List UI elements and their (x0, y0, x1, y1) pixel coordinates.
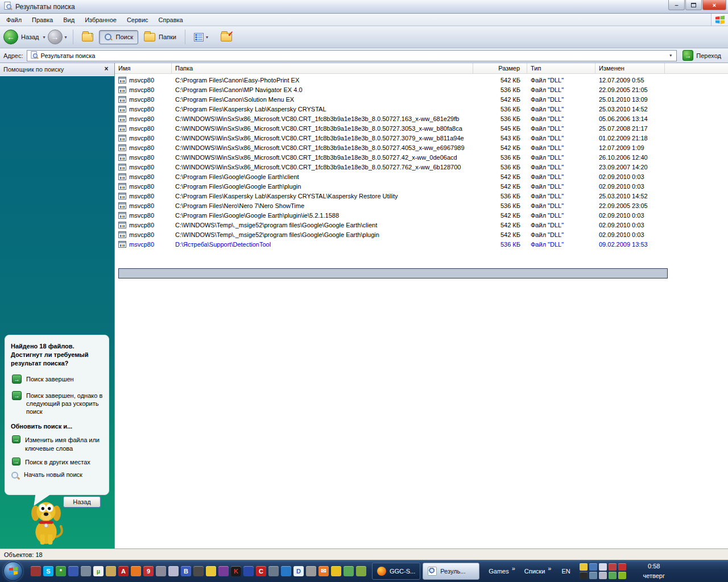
cd-burner-icon[interactable] (168, 566, 179, 576)
msvcp80[interactable]: msvcp80 C:\WINDOWS\WinSxS\x86_Microsoft.… (115, 114, 728, 123)
start-new-search-option[interactable]: Начать новый поиск (11, 471, 103, 480)
file-name-cell[interactable]: msvcp80 (115, 77, 172, 84)
menu-item[interactable]: Вид (58, 15, 80, 25)
dictionary-book-icon[interactable] (206, 566, 216, 576)
msvcp80[interactable]: msvcp80 C:\Program Files\Kaspersky Lab\K… (115, 104, 728, 114)
computer-tools-icon[interactable] (81, 566, 91, 576)
file-name-cell[interactable]: msvcp80 (115, 222, 172, 228)
file-name-cell[interactable]: msvcp80 (115, 241, 172, 248)
nvidia-icon[interactable] (618, 572, 626, 579)
menu-item[interactable]: Избранное (80, 15, 122, 25)
msvcp80[interactable]: msvcp80 C:\Program Files\Nero\Nero 7\Ner… (115, 201, 728, 210)
up-button[interactable]: ↑ (77, 31, 98, 44)
kaspersky-icon[interactable]: K (231, 566, 241, 576)
go-button[interactable]: → Переход (681, 49, 725, 61)
file-name-cell[interactable]: msvcp80 (115, 173, 172, 180)
guitar-app-icon[interactable]: 9 (143, 566, 154, 576)
chevron-icon[interactable]: » (548, 565, 551, 572)
file-name-cell[interactable]: msvcp80 (115, 135, 172, 142)
file-name-cell[interactable]: msvcp80 (115, 86, 172, 93)
msvcp80[interactable]: msvcp80 D:\Ястреба\Support\DetectionTool… (115, 239, 728, 249)
search-dog-mascot[interactable] (24, 496, 68, 547)
minimize-button[interactable]: – (668, 0, 685, 10)
bluetooth-icon[interactable]: B (181, 566, 191, 576)
file-name-cell[interactable]: msvcp80 (115, 96, 172, 103)
back-button-label[interactable]: Назад (21, 34, 39, 40)
file-name-cell[interactable]: msvcp80 (115, 115, 172, 122)
sync-folder-button[interactable]: ✓ (216, 31, 237, 44)
msvcp80[interactable]: msvcp80 C:\Program Files\Canon\Solution … (115, 94, 728, 104)
utorrent-icon[interactable]: µ (93, 566, 104, 576)
msvcp80[interactable]: msvcp80 C:\Program Files\Canon\Easy-Phot… (115, 75, 728, 85)
column-header-type[interactable]: Тип (527, 63, 595, 73)
taskbar-clock[interactable]: 0:58 четверг (633, 562, 675, 580)
chevron-icon[interactable]: » (512, 565, 515, 572)
file-name-cell[interactable]: msvcp80 (115, 193, 172, 199)
clock-tray-icon[interactable] (580, 563, 588, 571)
menu-item[interactable]: Справка (154, 15, 188, 25)
msvcp80[interactable]: msvcp80 C:\WINDOWS\Temp\._msige52\progra… (115, 230, 728, 239)
msvcp80[interactable]: msvcp80 C:\Program Files\Google\Google E… (115, 172, 728, 181)
msvcp80[interactable]: msvcp80 C:\WINDOWS\WinSxS\x86_Microsoft.… (115, 123, 728, 133)
network-error-icon[interactable] (609, 563, 617, 571)
refine-option[interactable]: → Поиск в других местах (12, 458, 103, 466)
search-option[interactable]: → Поиск завершен, однако в следующий раз… (12, 391, 103, 416)
settings-gear-icon[interactable] (589, 572, 597, 579)
save-floppy-icon[interactable] (68, 566, 78, 576)
file-name-cell[interactable]: msvcp80 (115, 212, 172, 219)
firefox-icon[interactable] (131, 566, 141, 576)
fraps-icon[interactable]: * (56, 566, 66, 576)
column-header-name[interactable]: Имя (115, 63, 172, 73)
lightning-app-icon[interactable] (156, 566, 166, 576)
phone-sync-icon[interactable] (344, 566, 354, 576)
mail-notifier-icon[interactable]: ✉ (318, 566, 329, 576)
flashget-icon[interactable] (243, 566, 254, 576)
refine-option[interactable]: → Изменить имя файла или ключевые слова (12, 435, 103, 452)
file-name-cell[interactable]: msvcp80 (115, 183, 172, 190)
installer-hand-icon[interactable] (106, 566, 116, 576)
menu-item[interactable]: Файл (1, 15, 27, 25)
column-header-folder[interactable]: Папка (172, 63, 473, 73)
file-name-cell[interactable]: msvcp80 (115, 154, 172, 161)
file-name-cell[interactable]: msvcp80 (115, 106, 172, 113)
start-button[interactable] (3, 562, 23, 581)
msvcp80[interactable]: msvcp80 C:\Program Files\Canon\MP Naviga… (115, 85, 728, 94)
globe-purple-icon[interactable] (218, 566, 229, 576)
close-button[interactable]: × (702, 0, 726, 10)
antivirus-bird-icon[interactable] (618, 563, 626, 571)
taskbar-toolbar-lists[interactable]: Списки » (524, 568, 552, 575)
keyboard-layout-icon[interactable] (609, 572, 617, 579)
archive-box-icon[interactable] (306, 566, 316, 576)
forward-button[interactable]: → (48, 30, 63, 44)
webmoney-icon[interactable] (356, 566, 366, 576)
g1-tray-icon[interactable] (580, 572, 588, 579)
restore-button[interactable] (685, 0, 702, 10)
menu-item[interactable]: Сервис (122, 15, 154, 25)
skype-icon[interactable]: S (43, 566, 53, 576)
file-name-cell[interactable]: msvcp80 (115, 144, 172, 151)
selection-bar[interactable] (118, 268, 668, 278)
msvcp80[interactable]: msvcp80 C:\WINDOWS\WinSxS\x86_Microsoft.… (115, 133, 728, 143)
volume-icon[interactable] (599, 572, 607, 579)
column-header-modified[interactable]: Изменен (595, 63, 665, 73)
folders-toggle-button[interactable]: Папки (139, 31, 181, 44)
file-name-cell[interactable]: msvcp80 (115, 231, 172, 238)
taskbar-toolbar-games[interactable]: Games » (489, 568, 515, 575)
msvcp80[interactable]: msvcp80 C:\WINDOWS\WinSxS\x86_Microsoft.… (115, 152, 728, 162)
file-name-cell[interactable]: msvcp80 (115, 202, 172, 209)
adobe-reader-icon[interactable]: A (118, 566, 129, 576)
updater-tray-icon[interactable] (599, 563, 607, 571)
search-option[interactable]: → Поиск завершен (12, 375, 103, 384)
msvcp80[interactable]: msvcp80 C:\WINDOWS\Temp\._msige52\progra… (115, 220, 728, 230)
taskbar-window-button[interactable]: GGC-S... (372, 563, 420, 580)
sidebar-close-button[interactable]: × (102, 65, 111, 74)
msvcp80[interactable]: msvcp80 C:\Program Files\Google\Google E… (115, 181, 728, 191)
search-toggle-button[interactable]: Поиск (99, 30, 138, 44)
msvcp80[interactable]: msvcp80 C:\Program Files\Kaspersky Lab\K… (115, 191, 728, 201)
file-name-cell[interactable]: msvcp80 (115, 164, 172, 171)
back-button[interactable]: ← (3, 30, 18, 44)
movie-reel-icon[interactable] (193, 566, 204, 576)
column-header-size[interactable]: Размер (473, 63, 527, 73)
views-button[interactable]: ▾ (189, 31, 215, 44)
comodo-icon[interactable]: C (256, 566, 266, 576)
